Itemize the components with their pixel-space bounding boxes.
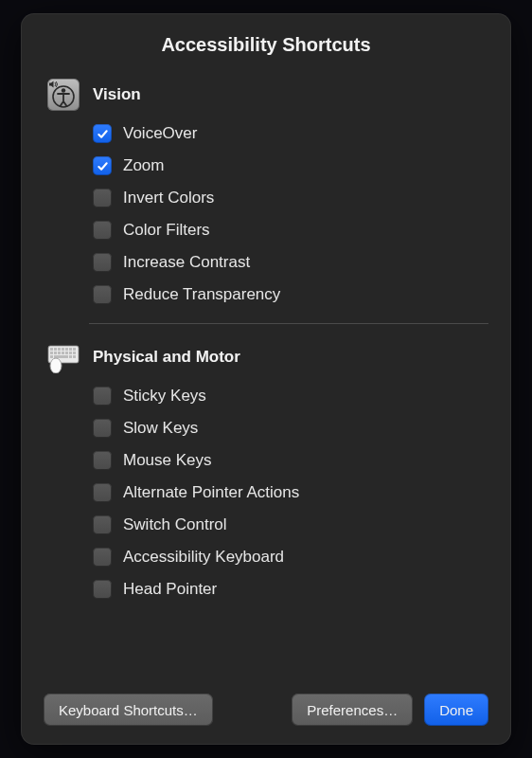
svg-point-21 xyxy=(50,358,62,373)
svg-rect-16 xyxy=(73,352,76,354)
section-vision: Vision VoiceOverZoomInvert ColorsColor F… xyxy=(44,79,488,304)
svg-rect-7 xyxy=(65,348,68,351)
svg-rect-13 xyxy=(62,352,64,354)
options-physical: Sticky KeysSlow KeysMouse KeysAlternate … xyxy=(47,387,488,599)
svg-rect-10 xyxy=(50,352,53,354)
svg-rect-15 xyxy=(69,352,72,354)
checkbox[interactable] xyxy=(93,285,112,304)
option-label: Invert Colors xyxy=(123,189,214,208)
section-title-vision: Vision xyxy=(93,85,141,104)
svg-rect-11 xyxy=(54,352,57,354)
checkbox[interactable] xyxy=(93,548,112,567)
section-header-vision: Vision xyxy=(47,79,488,111)
option-label: Reduce Transparency xyxy=(123,285,280,304)
svg-rect-6 xyxy=(62,348,64,351)
svg-rect-5 xyxy=(58,348,61,351)
section-physical: Physical and Motor Sticky KeysSlow KeysM… xyxy=(44,341,488,599)
svg-rect-19 xyxy=(69,355,72,358)
checkbox[interactable] xyxy=(93,253,112,272)
checkbox[interactable] xyxy=(93,515,112,534)
option-row: Increase Contrast xyxy=(93,253,488,272)
option-label: Alternate Pointer Actions xyxy=(123,483,299,502)
option-row: VoiceOver xyxy=(93,124,488,143)
section-title-physical: Physical and Motor xyxy=(93,348,240,367)
section-divider xyxy=(89,323,488,324)
done-button[interactable]: Done xyxy=(424,694,488,726)
checkbox[interactable] xyxy=(93,451,112,470)
option-label: Zoom xyxy=(123,156,164,175)
option-label: VoiceOver xyxy=(123,124,197,143)
checkbox[interactable] xyxy=(93,156,112,175)
svg-rect-18 xyxy=(54,355,68,358)
option-row: Slow Keys xyxy=(93,419,488,438)
option-row: Accessibility Keyboard xyxy=(93,548,488,567)
keyboard-mouse-icon xyxy=(47,341,80,373)
footer-buttons: Keyboard Shortcuts… Preferences… Done xyxy=(44,678,488,726)
accessibility-icon xyxy=(47,79,80,111)
option-label: Head Pointer xyxy=(123,580,217,599)
svg-point-1 xyxy=(62,88,65,92)
option-label: Accessibility Keyboard xyxy=(123,548,284,567)
svg-rect-20 xyxy=(73,355,76,358)
checkbox[interactable] xyxy=(93,189,112,208)
option-label: Sticky Keys xyxy=(123,387,206,406)
checkbox[interactable] xyxy=(93,483,112,502)
option-label: Mouse Keys xyxy=(123,451,212,470)
checkbox[interactable] xyxy=(93,580,112,599)
svg-rect-17 xyxy=(50,355,53,358)
option-row: Color Filters xyxy=(93,221,488,240)
option-row: Mouse Keys xyxy=(93,451,488,470)
option-label: Slow Keys xyxy=(123,419,198,438)
option-label: Color Filters xyxy=(123,221,210,240)
section-header-physical: Physical and Motor xyxy=(47,341,488,373)
option-row: Zoom xyxy=(93,156,488,175)
option-row: Alternate Pointer Actions xyxy=(93,483,488,502)
svg-rect-3 xyxy=(50,348,53,351)
option-row: Invert Colors xyxy=(93,189,488,208)
svg-rect-8 xyxy=(69,348,72,351)
option-row: Head Pointer xyxy=(93,580,488,599)
options-vision: VoiceOverZoomInvert ColorsColor FiltersI… xyxy=(47,124,488,304)
sheet-title: Accessibility Shortcuts xyxy=(44,34,488,56)
keyboard-shortcuts-button[interactable]: Keyboard Shortcuts… xyxy=(44,694,213,726)
checkbox[interactable] xyxy=(93,221,112,240)
option-row: Reduce Transparency xyxy=(93,285,488,304)
checkbox[interactable] xyxy=(93,387,112,406)
svg-rect-4 xyxy=(54,348,57,351)
svg-rect-14 xyxy=(65,352,68,354)
preferences-button[interactable]: Preferences… xyxy=(292,694,413,726)
checkbox[interactable] xyxy=(93,124,112,143)
option-label: Increase Contrast xyxy=(123,253,250,272)
svg-rect-9 xyxy=(73,348,76,351)
option-label: Switch Control xyxy=(123,515,227,534)
svg-rect-12 xyxy=(58,352,61,354)
option-row: Switch Control xyxy=(93,515,488,534)
checkbox[interactable] xyxy=(93,419,112,438)
accessibility-shortcuts-sheet: Accessibility Shortcuts Visi xyxy=(21,13,511,745)
option-row: Sticky Keys xyxy=(93,387,488,406)
